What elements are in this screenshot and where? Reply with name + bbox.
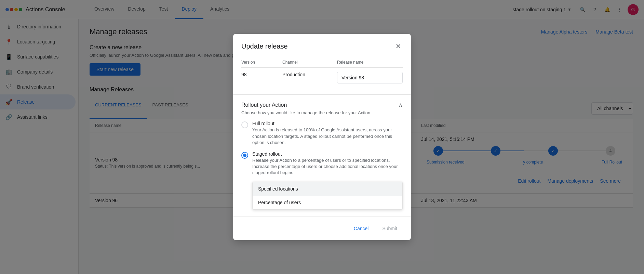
staged-rollout-desc: Release your Action to a percentage of u… xyxy=(252,157,403,176)
dialog-release-name-field xyxy=(337,72,403,83)
dialog-title: Update release xyxy=(241,42,288,50)
rollout-description: Choose how you would like to manage the … xyxy=(241,110,403,115)
full-rollout-desc: Your Action is released to 100% of Googl… xyxy=(252,127,403,146)
dialog-close-button[interactable]: ✕ xyxy=(394,41,403,52)
full-rollout-label-group: Full rollout Your Action is released to … xyxy=(252,121,403,146)
col-header-channel: Channel xyxy=(282,60,337,65)
col-header-version: Version xyxy=(241,60,282,65)
rollout-title: Rollout your Action xyxy=(241,102,287,108)
update-release-dialog: Update release ✕ Version Channel Release… xyxy=(233,34,411,240)
staged-rollout-label: Staged rollout xyxy=(252,151,403,157)
dialog-footer: Cancel Submit xyxy=(233,217,411,240)
col-header-release-name: Release name xyxy=(337,60,403,65)
rollout-header: Rollout your Action ∧ xyxy=(241,102,403,108)
dialog-channel-value: Production xyxy=(282,72,337,83)
submit-button[interactable]: Submit xyxy=(377,222,403,235)
cancel-button[interactable]: Cancel xyxy=(348,222,374,235)
dialog-overlay[interactable]: Update release ✕ Version Channel Release… xyxy=(0,0,644,274)
dropdown-item-percentage-of-users[interactable]: Percentage of users xyxy=(253,196,402,209)
full-rollout-radio[interactable] xyxy=(241,121,248,128)
rollout-section: Rollout your Action ∧ Choose how you wou… xyxy=(233,95,411,216)
dialog-table-row: 98 Production xyxy=(241,68,403,88)
collapse-icon[interactable]: ∧ xyxy=(399,102,403,108)
dialog-version-table: Version Channel Release name 98 Producti… xyxy=(233,57,411,88)
release-name-input[interactable] xyxy=(337,72,403,83)
full-rollout-option[interactable]: Full rollout Your Action is released to … xyxy=(241,121,403,146)
dropdown-item-specified-locations[interactable]: Specified locations xyxy=(253,182,402,196)
dialog-version-value: 98 xyxy=(241,72,282,83)
staged-rollout-option[interactable]: Staged rollout Release your Action to a … xyxy=(241,151,403,176)
staged-rollout-label-group: Staged rollout Release your Action to a … xyxy=(252,151,403,176)
staged-rollout-radio[interactable] xyxy=(241,152,248,159)
full-rollout-label: Full rollout xyxy=(252,121,403,126)
dialog-table-header: Version Channel Release name xyxy=(241,57,403,68)
staged-rollout-dropdown: Specified locations Percentage of users xyxy=(252,182,403,210)
radio-selected-indicator xyxy=(243,154,246,157)
dialog-header: Update release ✕ xyxy=(233,34,411,57)
